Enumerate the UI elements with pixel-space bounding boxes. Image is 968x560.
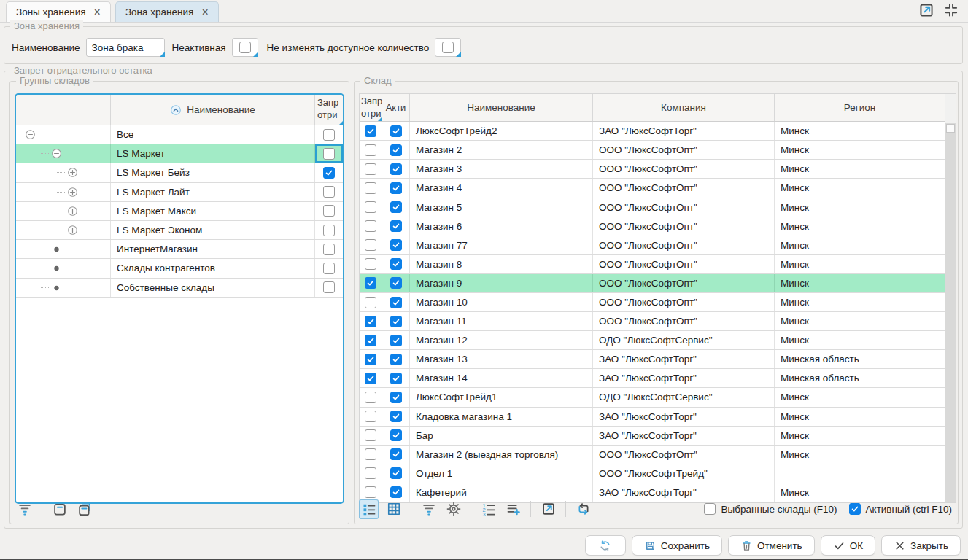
active-checkbox[interactable] [390,486,402,498]
restrict-checkbox[interactable] [365,448,376,460]
warehouse-row[interactable]: Магазин 2 (выездная торговля) ООО "ЛюксС… [360,446,945,464]
tree-restrict-column-header[interactable]: Запр отри [315,95,343,125]
restrict-checkbox[interactable] [365,335,376,346]
active-checkbox[interactable] [390,373,402,384]
warehouse-row[interactable]: Магазин 11 ООО "ЛюксСофтОпт" Минск [360,312,945,331]
scrollbar-thumb[interactable] [946,124,955,133]
warehouse-row[interactable]: Магазин 10 ООО "ЛюксСофтОпт" Минск [360,293,945,312]
active-checkbox[interactable] [390,201,402,213]
sort-ascending-icon[interactable] [170,104,182,116]
warehouse-row[interactable]: Магазин 9 ООО "ЛюксСофтОпт" Минск [360,274,945,293]
repeat-button[interactable] [573,499,593,519]
filter-checkbox-box[interactable] [704,503,716,515]
tree-row[interactable]: LS Маркет [16,144,343,163]
warehouse-row[interactable]: Бар ЗАО "ЛюксСофтТорг" Минск [360,427,945,446]
list-view-button[interactable] [359,499,379,519]
open-in-new-window-icon[interactable] [918,2,934,18]
tree-row[interactable]: LS Маркет Бейз [16,163,343,182]
warehouse-row[interactable]: ЛюксСофтТрейд2 ЗАО "ЛюксСофтТорг" Минск [360,122,945,141]
region-column-header[interactable]: Регион [775,94,945,121]
warehouse-row[interactable]: Магазин 3 ООО "ЛюксСофтОпт" Минск [360,160,945,179]
tree-expander-column-header[interactable] [16,95,111,125]
filter-checkbox-2[interactable]: Активный (ctrl F10) [849,503,952,515]
inactive-checkbox-field[interactable] [232,38,258,57]
restrict-column-header[interactable]: Запр отри [360,94,382,121]
name-input[interactable]: Зона брака [86,38,165,57]
active-checkbox[interactable] [390,354,402,365]
active-checkbox[interactable] [390,335,402,346]
active-checkbox[interactable] [390,411,402,422]
restrict-checkbox[interactable] [365,144,376,156]
active-checkbox[interactable] [390,448,402,460]
active-checkbox[interactable] [390,182,402,194]
warehouse-row[interactable]: Магазин 5 ООО "ЛюксСофтОпт" Минск [360,198,945,217]
restore-layout-icon[interactable] [943,2,959,18]
warehouse-row[interactable]: Магазин 13 ЗАО "ЛюксСофтТорг" Минская об… [360,350,945,369]
restrict-checkbox[interactable] [365,277,376,289]
active-checkbox[interactable] [390,239,402,251]
filter-checkbox-1[interactable]: Выбранные склады (F10) [704,503,837,515]
collapse-node-icon[interactable] [51,148,62,159]
warehouse-row[interactable]: Магазин 2 ООО "ЛюксСофтОпт" Минск [360,141,945,160]
restrict-checkbox[interactable] [365,373,376,384]
active-checkbox[interactable] [390,163,402,175]
restrict-checkbox[interactable] [365,467,376,479]
restrict-checkbox[interactable] [323,244,335,255]
filter-button[interactable] [419,499,438,519]
numbered-list-button[interactable]: 123 [479,499,498,519]
restrict-checkbox[interactable] [365,297,376,308]
tree-row[interactable]: ИнтернетМагазин [16,240,343,259]
active-checkbox[interactable] [390,220,402,232]
expand-node-icon[interactable] [67,206,78,217]
restrict-checkbox[interactable] [365,354,376,365]
scrollbar-track[interactable] [945,123,956,502]
gear-button[interactable] [444,499,463,519]
tree-name-column-header[interactable]: Наименование [111,95,315,125]
restrict-checkbox[interactable] [323,148,335,160]
tree-row[interactable]: LS Маркет Эконом [16,221,343,240]
tree-row[interactable]: Собственные склады [16,279,343,298]
collapse-node-icon[interactable] [25,129,36,140]
restrict-checkbox[interactable] [323,129,335,141]
tab-close-icon[interactable]: × [201,7,208,18]
restrict-checkbox[interactable] [323,281,335,293]
active-column-header[interactable]: Акти [382,94,410,121]
restrict-checkbox[interactable] [365,411,376,422]
filter-button[interactable] [15,499,34,519]
tree-row[interactable]: Склады контрагентов [16,259,343,278]
company-column-header[interactable]: Компания [593,94,775,121]
expand-node-icon[interactable] [67,187,78,198]
tree-row[interactable]: LS Маркет Макси [16,202,343,221]
restrict-checkbox[interactable] [365,125,376,137]
restrict-checkbox[interactable] [365,182,376,194]
vertical-scrollbar[interactable] [945,94,956,502]
restrict-checkbox[interactable] [365,220,376,232]
close-button[interactable]: Закрыть [881,535,961,556]
restrict-checkbox[interactable] [323,262,335,274]
warehouse-row[interactable]: Магазин 77 ООО "ЛюксСофтОпт" Минск [360,236,945,255]
expand-node-icon[interactable] [67,167,78,178]
grid-view-button[interactable] [384,499,403,519]
restrict-checkbox[interactable] [365,486,376,498]
active-checkbox[interactable] [390,277,402,289]
active-checkbox[interactable] [390,144,402,156]
trash-button[interactable]: Отменить [728,535,815,556]
restrict-checkbox[interactable] [365,239,376,251]
tab-1[interactable]: Зоны хранения × [6,1,111,22]
active-checkbox[interactable] [390,125,402,137]
active-checkbox[interactable] [390,429,402,441]
check-button[interactable]: ОК [821,535,875,556]
restrict-checkbox[interactable] [365,163,376,175]
expand-node-icon[interactable] [67,225,78,236]
add-list-button[interactable] [503,499,523,519]
warehouse-row[interactable]: Магазин 14 ЗАО "ЛюксСофтТорг" Минская об… [360,369,945,388]
restrict-checkbox[interactable] [365,258,376,270]
restrict-checkbox[interactable] [323,186,335,198]
tree-row[interactable]: LS Маркет Лайт [16,183,343,202]
warehouse-row[interactable]: Магазин 6 ООО "ЛюксСофтОпт" Минск [360,217,945,236]
restrict-checkbox[interactable] [365,201,376,213]
refresh-button[interactable] [585,535,626,556]
restrict-checkbox[interactable] [323,225,335,236]
collapse-all-button[interactable] [74,499,94,519]
name-column-header[interactable]: Наименование [410,94,593,121]
